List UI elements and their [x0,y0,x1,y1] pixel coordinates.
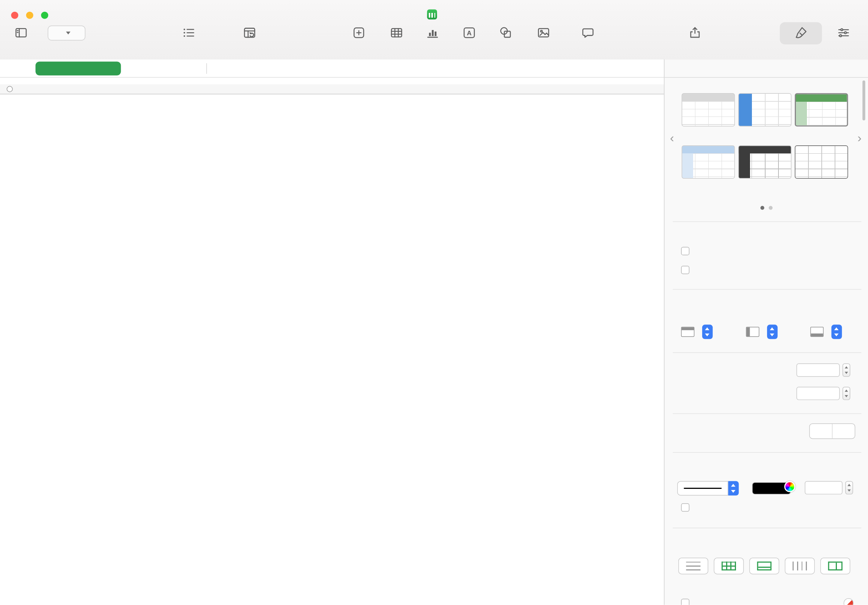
table-style-4[interactable] [682,145,735,179]
numbers-doc-icon [427,9,437,19]
svg-text:A: A [467,29,472,37]
table-icon [389,25,404,40]
title-option-row [681,247,694,255]
columns-count-field[interactable] [796,387,840,400]
organize-icon [837,25,851,40]
divider [673,352,861,353]
tab-divider [206,63,207,74]
divider [673,528,861,528]
gridlines-horizontal-button[interactable] [678,558,708,574]
share-button[interactable] [688,25,702,41]
chart-icon [425,25,440,40]
outline-line-style-dropdown[interactable] [677,481,728,496]
sidebar-scrollbar[interactable] [862,80,865,120]
header-columns-stepper-buttons[interactable] [767,325,778,339]
gridlines-horizontal-icon [686,562,700,570]
format-button[interactable] [794,25,808,41]
table-handle-icon[interactable] [7,86,13,92]
gridlines-outer-button[interactable] [820,558,850,574]
gridlines-all-icon [722,562,736,570]
styles-next-button[interactable]: › [857,132,862,143]
outline-width-stepper[interactable] [845,481,853,495]
font-size-segmented [809,423,855,439]
gridlines-all-button[interactable] [714,558,744,574]
font-larger-button[interactable] [832,424,854,438]
shape-icon [498,25,513,40]
alternating-row-color-checkbox[interactable] [681,599,689,605]
media-button[interactable] [536,25,551,41]
window-title-area [0,9,868,19]
color-wheel-icon[interactable] [784,481,795,492]
outline-title-row [681,503,694,512]
page-dot-1[interactable] [760,206,764,210]
divider [673,289,861,290]
header-rows-stepper [681,325,712,339]
header-columns-stepper [746,325,777,339]
footer-rows-icon [810,327,824,337]
insert-button[interactable] [352,25,366,41]
header-rows-icon [681,327,694,337]
comment-icon [581,25,595,40]
table-style-2[interactable] [738,93,791,127]
add-category-icon [181,25,196,40]
zoom-dropdown[interactable] [48,25,85,40]
pivot-table-button[interactable] [242,25,257,41]
format-panel: ‹ › [664,59,868,605]
header-columns-icon [746,327,759,337]
rows-stepper[interactable] [843,364,850,377]
sheet-tab-bar [0,59,664,77]
chevron-down-icon [66,32,71,34]
columns-stepper[interactable] [843,387,850,400]
comment-button[interactable] [581,25,595,41]
share-icon [688,25,702,40]
divider [673,413,861,414]
text-icon: A [462,25,476,40]
numbers-window: A [0,0,868,605]
gridlines-outer-icon [828,562,843,570]
view-icon [14,25,28,40]
outline-width-field[interactable] [805,481,842,495]
outline-table-title-checkbox[interactable] [681,503,689,512]
text-button[interactable]: A [462,25,476,41]
header-rows-stepper-buttons[interactable] [702,325,713,339]
font-smaller-button[interactable] [810,424,832,438]
column-header-row [0,84,664,94]
styles-pagination[interactable] [664,206,868,210]
outline-style-stepper[interactable] [728,481,739,496]
spreadsheet [0,78,664,605]
alternating-row-color-well[interactable] [844,598,854,605]
table-style-3-selected[interactable] [795,93,848,127]
gridlines-vertical-icon [793,562,807,570]
rows-count-field[interactable] [796,364,840,377]
table-style-6[interactable] [795,145,848,179]
alternating-row-color-row [681,599,694,605]
footer-rows-stepper-buttons[interactable] [832,325,842,339]
line-sample [684,488,722,489]
toolbar: A [0,0,868,60]
table-button[interactable] [389,25,404,41]
caption-option-row [681,266,694,274]
pivot-table-icon [242,25,257,40]
footer-rows-stepper [810,325,842,339]
format-panel-tabs [664,59,868,77]
media-icon [536,25,551,40]
format-brush-icon [794,25,808,40]
table-style-1[interactable] [682,93,735,127]
gridlines-inner-horizontal-icon [757,562,772,570]
organize-button[interactable] [837,25,851,41]
add-category-button[interactable] [181,25,196,41]
divider [673,452,861,453]
chart-button[interactable] [425,25,440,41]
shape-button[interactable] [498,25,513,41]
gridlines-vertical-button[interactable] [785,558,815,574]
page-dot-2[interactable] [769,206,772,210]
title-checkbox[interactable] [681,247,689,255]
tab-sheet-1[interactable] [36,61,121,76]
view-button[interactable] [14,25,28,41]
gridlines-inner-horizontal-button[interactable] [749,558,779,574]
styles-prev-button[interactable]: ‹ [670,132,674,143]
zoom-control [48,25,85,42]
table-style-5[interactable] [738,145,791,179]
caption-checkbox[interactable] [681,266,689,274]
divider [673,221,861,222]
